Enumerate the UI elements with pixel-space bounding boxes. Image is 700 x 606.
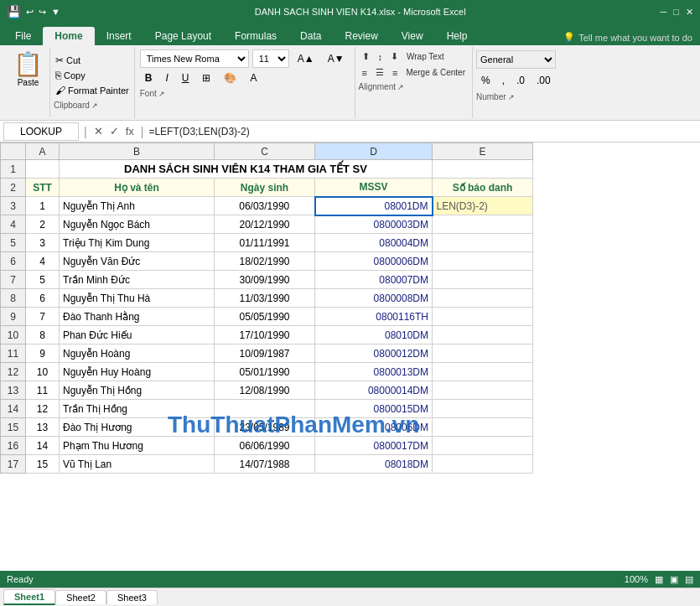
cell-c4[interactable]: 20/12/1990: [215, 215, 315, 234]
cell-d14[interactable]: 0800015DM: [315, 400, 433, 418]
tab-home[interactable]: Home: [43, 27, 94, 45]
confirm-formula-btn[interactable]: ✓: [108, 125, 121, 137]
spreadsheet[interactable]: A B C D E 1 DANH SÁCH SINH VIÊN K14 THAM…: [0, 142, 700, 581]
cell-c12[interactable]: 05/01/1990: [215, 363, 315, 381]
wrap-text-btn[interactable]: Wrap Text: [403, 49, 448, 64]
align-top-btn[interactable]: ⬆: [359, 49, 373, 65]
cell-d8[interactable]: 0800008DM: [315, 289, 433, 308]
row-header-7[interactable]: 7: [1, 271, 26, 289]
col-header-c[interactable]: C: [215, 143, 315, 160]
increase-decimal-btn[interactable]: .0: [511, 72, 530, 89]
row-header-10[interactable]: 10: [1, 326, 26, 344]
formula-input[interactable]: [145, 126, 700, 137]
fill-color-button[interactable]: 🎨: [219, 70, 241, 86]
cell-b13[interactable]: Nguyễn Thị Hồng: [60, 381, 215, 400]
cell-b2[interactable]: Họ và tên: [60, 179, 215, 197]
tab-insert[interactable]: Insert: [95, 27, 143, 45]
border-button[interactable]: ⊞: [197, 70, 215, 86]
cell-e4[interactable]: [433, 215, 533, 234]
cell-c17[interactable]: 14/07/1988: [215, 455, 315, 474]
row-header-13[interactable]: 13: [1, 381, 26, 400]
cell-a5[interactable]: 3: [26, 234, 60, 252]
cell-b3[interactable]: Nguyễn Thị Anh: [60, 197, 215, 215]
cell-e12[interactable]: [433, 363, 533, 381]
cell-c15[interactable]: 23/05/1989: [215, 418, 315, 437]
cell-d5[interactable]: 080004DM: [315, 234, 433, 252]
cell-d6[interactable]: 0800006DM: [315, 252, 433, 271]
cell-d17[interactable]: 08018DM: [315, 455, 433, 474]
font-name-select[interactable]: Times New Roma: [140, 49, 249, 68]
cell-a6[interactable]: 4: [26, 252, 60, 271]
cell-e16[interactable]: [433, 437, 533, 455]
cell-c9[interactable]: 05/05/1990: [215, 308, 315, 326]
percent-btn[interactable]: %: [476, 72, 495, 89]
cell-d2[interactable]: MSSV: [315, 179, 433, 197]
row-header-12[interactable]: 12: [1, 363, 26, 381]
cell-b16[interactable]: Phạm Thu Hương: [60, 437, 215, 455]
cancel-formula-btn[interactable]: ✕: [92, 125, 105, 137]
cell-d16[interactable]: 0800017DM: [315, 437, 433, 455]
cell-e5[interactable]: [433, 234, 533, 252]
cell-c3[interactable]: 06/03/1990: [215, 197, 315, 215]
maximize-btn[interactable]: □: [673, 7, 679, 18]
cell-c14[interactable]: [215, 400, 315, 418]
cell-e2[interactable]: Số báo danh: [433, 179, 533, 197]
cell-c10[interactable]: 17/10/1990: [215, 326, 315, 344]
row-header-14[interactable]: 14: [1, 400, 26, 418]
row-header-16[interactable]: 16: [1, 437, 26, 455]
cell-a9[interactable]: 7: [26, 308, 60, 326]
cut-button[interactable]: ✂ Cut: [54, 54, 131, 67]
cell-e15[interactable]: [433, 418, 533, 437]
cell-e17[interactable]: [433, 455, 533, 474]
col-header-a[interactable]: A: [26, 143, 60, 160]
align-bottom-btn[interactable]: ⬇: [387, 49, 402, 65]
alignment-expand-icon[interactable]: ↗: [397, 83, 404, 91]
cell-b4[interactable]: Nguyễn Ngọc Bách: [60, 215, 215, 234]
view-normal-icon[interactable]: ▦: [655, 574, 663, 582]
italic-button[interactable]: I: [160, 70, 173, 86]
cell-e6[interactable]: [433, 252, 533, 271]
cell-c8[interactable]: 11/03/1990: [215, 289, 315, 308]
cell-a7[interactable]: 5: [26, 271, 60, 289]
name-box[interactable]: [3, 122, 79, 141]
cell-a13[interactable]: 11: [26, 381, 60, 400]
cell-d9[interactable]: 0800116TH: [315, 308, 433, 326]
cell-b14[interactable]: Trần Thị Hồng: [60, 400, 215, 418]
tab-formulas[interactable]: Formulas: [223, 27, 288, 45]
cell-a17[interactable]: 15: [26, 455, 60, 474]
tab-file[interactable]: File: [3, 27, 43, 45]
row-header-4[interactable]: 4: [1, 215, 26, 234]
row-header-2[interactable]: 2: [1, 179, 26, 197]
tab-data[interactable]: Data: [288, 27, 333, 45]
cell-d15[interactable]: 08006DM: [315, 418, 433, 437]
cell-b6[interactable]: Nguyễn Văn Đức: [60, 252, 215, 271]
cell-c11[interactable]: 10/09/1987: [215, 344, 315, 363]
cell-a4[interactable]: 2: [26, 215, 60, 234]
row-header-9[interactable]: 9: [1, 308, 26, 326]
view-layout-icon[interactable]: ▣: [670, 574, 678, 582]
cell-e1[interactable]: [433, 160, 533, 179]
cell-d4[interactable]: 0800003DM: [315, 215, 433, 234]
cell-a1[interactable]: [26, 160, 60, 179]
row-header-11[interactable]: 11: [1, 344, 26, 363]
minimize-btn[interactable]: ─: [661, 7, 667, 18]
cell-d13[interactable]: 08000014DM: [315, 381, 433, 400]
cell-c2[interactable]: Ngày sinh: [215, 179, 315, 197]
cell-c5[interactable]: 01/11/1991: [215, 234, 315, 252]
col-header-e[interactable]: E: [433, 143, 533, 160]
paste-button[interactable]: 📋 Paste: [7, 49, 50, 117]
format-painter-button[interactable]: 🖌 Format Painter: [54, 84, 131, 97]
tell-me-input[interactable]: 💡 Tell me what you want to do: [556, 31, 700, 44]
cell-a3[interactable]: 1: [26, 197, 60, 215]
cell-b11[interactable]: Nguyễn Hoàng: [60, 344, 215, 363]
cell-a10[interactable]: 8: [26, 326, 60, 344]
cell-b5[interactable]: Triệu Thị Kim Dung: [60, 234, 215, 252]
number-format-select[interactable]: General: [476, 50, 556, 69]
align-left-btn[interactable]: ≡: [359, 65, 371, 80]
insert-function-btn[interactable]: fx: [124, 125, 136, 137]
tab-help[interactable]: Help: [435, 27, 480, 45]
cell-b8[interactable]: Nguyễn Thị Thu Hà: [60, 289, 215, 308]
cell-a8[interactable]: 6: [26, 289, 60, 308]
cell-c6[interactable]: 18/02/1990: [215, 252, 315, 271]
tab-review[interactable]: Review: [333, 27, 389, 45]
